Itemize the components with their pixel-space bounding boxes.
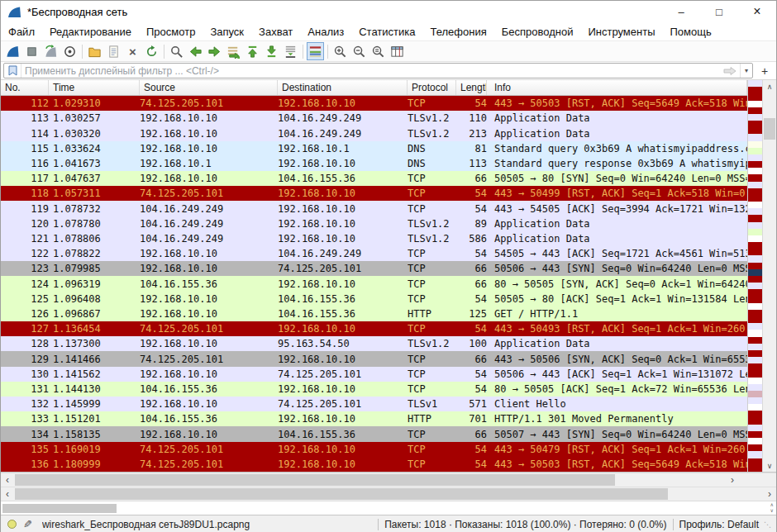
pane-spinner-icon[interactable]: ∧∨ <box>770 501 774 515</box>
menu-item-3[interactable]: Запуск <box>203 22 251 40</box>
packet-row[interactable]: 1301.141562192.168.10.1074.125.205.101TC… <box>1 367 747 382</box>
packet-row[interactable]: 1131.030257192.168.10.10104.16.249.249TL… <box>1 111 747 126</box>
menu-item-0[interactable]: Файл <box>1 22 42 40</box>
hscrollbar-thumb[interactable] <box>15 474 615 486</box>
capture-comment-icon[interactable]: ✎ <box>23 518 32 530</box>
scroll-up-icon[interactable]: ∧ <box>763 80 776 93</box>
detail-pane-hscrollbar[interactable]: ‹ › <box>1 487 776 501</box>
zoom-in-icon[interactable] <box>331 42 349 60</box>
vertical-scrollbar-thumb[interactable] <box>764 118 775 140</box>
cell-info: 50507 → 443 [SYN] Seq=0 Win=64240 Len=0 … <box>487 429 747 440</box>
packet-row[interactable]: 1171.047637192.168.10.10104.16.155.36TCP… <box>1 171 747 186</box>
go-to-top-icon[interactable] <box>244 42 261 60</box>
packet-row[interactable]: 1261.096867192.168.10.10104.16.155.36HTT… <box>1 306 747 321</box>
cell-time: 1.033624 <box>49 143 140 154</box>
scroll-right-icon[interactable]: › <box>763 487 776 501</box>
zoom-out-icon[interactable] <box>350 42 368 60</box>
packet-row[interactable]: 1341.158135192.168.10.10104.16.155.36TCP… <box>1 426 747 441</box>
cell-dst: 192.168.10.10 <box>278 218 408 230</box>
packet-row[interactable]: 1321.145999192.168.10.1074.125.205.101TL… <box>1 397 747 411</box>
packet-row[interactable]: 1271.13645474.125.205.101192.168.10.10TC… <box>1 321 747 336</box>
minimize-icon[interactable]: – <box>662 1 700 22</box>
packet-row[interactable]: 1121.02931074.125.205.101192.168.10.10TC… <box>1 96 747 111</box>
menu-item-8[interactable]: Беспроводной <box>494 22 581 40</box>
packet-list-hscrollbar[interactable]: ‹ › <box>1 473 739 487</box>
packet-row[interactable]: 1351.16901974.125.205.101192.168.10.10TC… <box>1 442 747 457</box>
packet-row[interactable]: 1281.137300192.168.10.1095.163.54.50TLSv… <box>1 336 747 351</box>
zoom-original-icon[interactable] <box>369 42 387 60</box>
packet-row[interactable]: 1361.18099974.125.205.101192.168.10.10TC… <box>1 457 747 472</box>
toolbar-separator <box>303 45 303 59</box>
intelligent-scrollbar-minimap[interactable] <box>747 80 762 472</box>
packet-row[interactable]: 1251.096408192.168.10.10104.16.155.36TCP… <box>1 292 747 306</box>
packet-row[interactable]: 1221.078822192.168.10.10104.16.249.249TC… <box>1 246 747 261</box>
open-file-icon[interactable] <box>86 42 103 60</box>
hscrollbar-thumb[interactable] <box>15 488 668 500</box>
reload-file-icon[interactable] <box>143 42 160 60</box>
restart-capture-icon[interactable] <box>42 42 60 60</box>
capture-options-icon[interactable] <box>61 42 79 60</box>
menu-item-6[interactable]: Статистика <box>351 22 422 40</box>
packet-row[interactable]: 1291.14146674.125.205.101192.168.10.10TC… <box>1 351 747 366</box>
menu-item-2[interactable]: Просмотр <box>139 22 203 40</box>
cell-time: 1.180999 <box>49 458 140 470</box>
cell-proto: TCP <box>408 444 456 455</box>
menu-item-10[interactable]: Помощь <box>663 22 719 40</box>
packet-row[interactable]: 1311.144130104.16.155.36192.168.10.10TCP… <box>1 382 747 397</box>
menu-item-9[interactable]: Инструменты <box>580 22 662 40</box>
display-filter-field: ▾ <box>3 63 753 78</box>
column-header-info[interactable]: Info <box>487 80 747 95</box>
expert-info-icon[interactable] <box>7 520 17 529</box>
vertical-scrollbar[interactable]: ∧ ∨ <box>762 80 776 472</box>
close-file-icon[interactable]: × <box>124 42 141 60</box>
menu-item-5[interactable]: Анализ <box>300 22 351 40</box>
column-header-dst[interactable]: Destination <box>278 80 408 95</box>
pane-handle[interactable] <box>2 504 117 513</box>
scroll-down-icon[interactable]: ∨ <box>763 459 776 472</box>
display-filter-input[interactable] <box>21 65 720 77</box>
start-capture-icon[interactable] <box>4 42 21 60</box>
save-file-icon[interactable] <box>105 42 122 60</box>
menu-item-7[interactable]: Телефония <box>422 22 493 40</box>
packet-row[interactable]: 1241.096319104.16.155.36192.168.10.10TCP… <box>1 276 747 291</box>
packet-row[interactable]: 1191.078732104.16.249.249192.168.10.10TC… <box>1 201 747 216</box>
column-header-no[interactable]: No. <box>1 80 49 95</box>
profile-label[interactable]: Профиль: Default <box>679 519 760 530</box>
minimap-stripe <box>748 303 762 310</box>
cell-src: 104.16.155.36 <box>140 383 278 395</box>
packet-row[interactable]: 1211.078806104.16.249.249192.168.10.10TL… <box>1 231 747 246</box>
go-forward-icon[interactable] <box>206 42 223 60</box>
packet-row[interactable]: 1181.05731174.125.205.101192.168.10.10TC… <box>1 186 747 201</box>
packet-row[interactable]: 1161.041673192.168.10.1192.168.10.10DNS1… <box>1 156 747 171</box>
maximize-icon[interactable]: □ <box>700 1 738 22</box>
menu-item-4[interactable]: Захват <box>251 22 300 40</box>
filter-bookmark-icon[interactable] <box>4 64 21 78</box>
resize-columns-icon[interactable] <box>388 42 406 60</box>
stop-capture-icon[interactable] <box>23 42 41 60</box>
colorize-packets-icon[interactable] <box>307 42 324 60</box>
apply-filter-icon[interactable] <box>720 64 740 78</box>
menu-item-1[interactable]: Редактирование <box>42 22 139 40</box>
auto-scroll-icon[interactable] <box>282 42 299 60</box>
scroll-left-icon[interactable]: ‹ <box>1 487 14 501</box>
filter-dropdown-icon[interactable]: ▾ <box>740 64 752 78</box>
column-header-src[interactable]: Source <box>140 80 278 95</box>
packet-row[interactable]: 1231.079985192.168.10.1074.125.205.101TC… <box>1 261 747 276</box>
resize-grip-icon[interactable]: ⋱ <box>764 520 771 529</box>
column-header-proto[interactable]: Protocol <box>408 80 456 95</box>
go-back-icon[interactable] <box>187 42 204 60</box>
scroll-right-icon[interactable]: › <box>726 473 739 487</box>
cell-no: 119 <box>1 203 49 215</box>
find-packet-icon[interactable] <box>168 42 185 60</box>
scroll-left-icon[interactable]: ‹ <box>1 473 14 487</box>
packet-row[interactable]: 1331.151201104.16.155.36192.168.10.10HTT… <box>1 411 747 426</box>
packet-row[interactable]: 1141.030320192.168.10.10104.16.249.249TL… <box>1 126 747 140</box>
go-to-bottom-icon[interactable] <box>263 42 280 60</box>
go-to-packet-icon[interactable] <box>225 42 242 60</box>
close-icon[interactable]: × <box>738 1 776 22</box>
add-filter-button[interactable]: + <box>756 63 774 78</box>
packet-row[interactable]: 1201.078780104.16.249.249192.168.10.10TL… <box>1 216 747 231</box>
packet-row[interactable]: 1151.033624192.168.10.10192.168.10.1DNS8… <box>1 141 747 156</box>
column-header-time[interactable]: Time <box>49 80 140 95</box>
column-header-len[interactable]: Length <box>456 80 487 95</box>
